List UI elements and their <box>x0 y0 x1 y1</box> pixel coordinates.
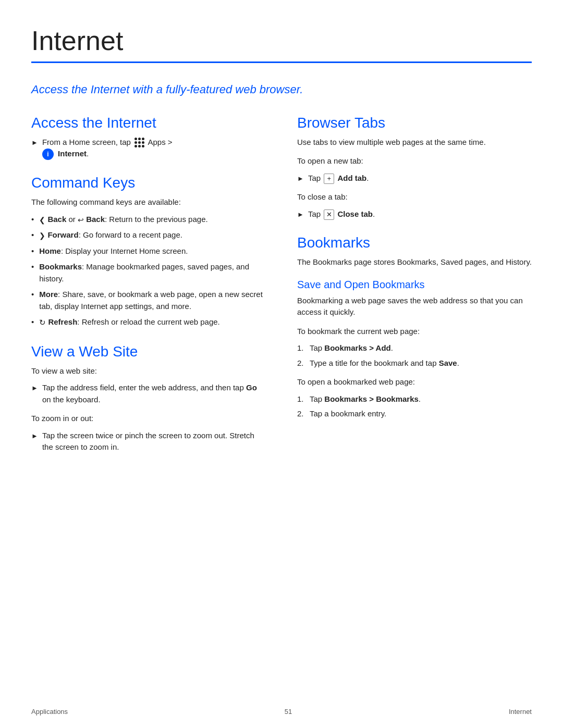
view-website-step1: ► Tap the address field, enter the web a… <box>31 382 266 405</box>
open-bookmark-steps-list: Tap Bookmarks > Bookmarks. Tap a bookmar… <box>297 393 532 420</box>
zoom-step-text: Tap the screen twice or pinch the screen… <box>42 430 266 453</box>
view-website-step1-text: Tap the address field, enter the web add… <box>42 382 266 405</box>
command-keys-intro: The following command keys are available… <box>31 196 266 208</box>
cmd-home: Home: Display your Internet Home screen. <box>31 245 266 257</box>
back-arrow-icon: ↩ <box>78 215 84 224</box>
arrow-icon-2: ► <box>31 383 38 393</box>
open-bookmark-step-1: Tap Bookmarks > Bookmarks. <box>297 393 532 405</box>
close-tab-icon: ✕ <box>324 209 334 220</box>
browser-tabs-title: Browser Tabs <box>297 115 532 131</box>
bookmark-step-1: Tap Bookmarks > Add. <box>297 342 532 354</box>
cmd-bookmarks: Bookmarks: Manage bookmarked pages, save… <box>31 261 266 285</box>
bookmarks-title: Bookmarks <box>297 235 532 251</box>
command-keys-title: Command Keys <box>31 175 266 191</box>
view-website-title: View a Web Site <box>31 343 266 360</box>
footer-left: Applications <box>31 708 68 715</box>
zoom-intro: To zoom in or out: <box>31 413 266 425</box>
bookmark-current-intro: To bookmark the current web page: <box>297 326 532 338</box>
access-internet-text: From a Home screen, tap Apps > i Interne… <box>42 137 173 161</box>
save-open-desc: Bookmarking a web page saves the web add… <box>297 295 532 318</box>
bookmark-steps-list: Tap Bookmarks > Add. Type a title for th… <box>297 342 532 369</box>
arrow-icon-4: ► <box>297 174 304 184</box>
right-column: Browser Tabs Use tabs to view multiple w… <box>297 115 532 458</box>
open-bookmarked-intro: To open a bookmarked web page: <box>297 376 532 388</box>
back-chevron-icon: ❮ <box>39 215 45 224</box>
command-keys-list: ❮ Back or ↩ Back: Return to the previous… <box>31 214 266 329</box>
close-tab-text: Tap ✕ Close tab. <box>308 208 375 220</box>
internet-circle-icon: i <box>42 149 54 160</box>
footer: Applications 51 Internet <box>31 708 532 715</box>
page-title: Internet <box>31 25 532 56</box>
open-bookmark-step-1-text: Tap Bookmarks > Bookmarks. <box>310 393 421 405</box>
cmd-back: ❮ Back or ↩ Back: Return to the previous… <box>31 214 266 226</box>
browser-tabs-desc: Use tabs to view multiple web pages at t… <box>297 137 532 149</box>
new-tab-step: ► Tap + Add tab. <box>297 172 532 184</box>
access-internet-title: Access the Internet <box>31 115 266 131</box>
arrow-icon: ► <box>31 138 38 148</box>
forward-chevron-icon: ❯ <box>39 231 45 240</box>
cmd-forward: ❯ Forward: Go forward to a recent page. <box>31 229 266 241</box>
bookmark-step-2-text: Type a title for the bookmark and tap Sa… <box>310 357 459 369</box>
access-internet-step: ► From a Home screen, tap Apps > i Inter… <box>31 137 266 161</box>
open-bookmark-step-2-text: Tap a bookmark entry. <box>310 408 386 420</box>
view-website-intro: To view a web site: <box>31 365 266 377</box>
new-tab-intro: To open a new tab: <box>297 155 532 167</box>
save-open-title: Save and Open Bookmarks <box>297 279 532 291</box>
add-tab-icon: + <box>324 174 334 184</box>
footer-center: 51 <box>285 708 292 715</box>
cmd-refresh: ↻ Refresh: Refresh or reload the current… <box>31 316 266 328</box>
close-tab-intro: To close a tab: <box>297 191 532 203</box>
bookmarks-desc: The Bookmarks page stores Bookmarks, Sav… <box>297 256 532 268</box>
blue-divider <box>31 61 532 63</box>
left-column: Access the Internet ► From a Home screen… <box>31 115 266 458</box>
arrow-icon-3: ► <box>31 431 38 441</box>
open-bookmark-step-2: Tap a bookmark entry. <box>297 408 532 420</box>
refresh-icon: ↻ <box>39 318 46 327</box>
cmd-more: More: Share, save, or bookmark a web pag… <box>31 289 266 312</box>
apps-grid-icon <box>134 138 144 147</box>
bookmark-step-1-text: Tap Bookmarks > Add. <box>310 342 393 354</box>
arrow-icon-5: ► <box>297 209 304 220</box>
new-tab-text: Tap + Add tab. <box>308 172 369 184</box>
bookmark-step-2: Type a title for the bookmark and tap Sa… <box>297 357 532 369</box>
intro-text: Access the Internet with a fully-feature… <box>31 82 532 98</box>
footer-right: Internet <box>509 708 532 715</box>
two-column-layout: Access the Internet ► From a Home screen… <box>31 115 532 458</box>
zoom-step: ► Tap the screen twice or pinch the scre… <box>31 430 266 453</box>
close-tab-step: ► Tap ✕ Close tab. <box>297 208 532 220</box>
